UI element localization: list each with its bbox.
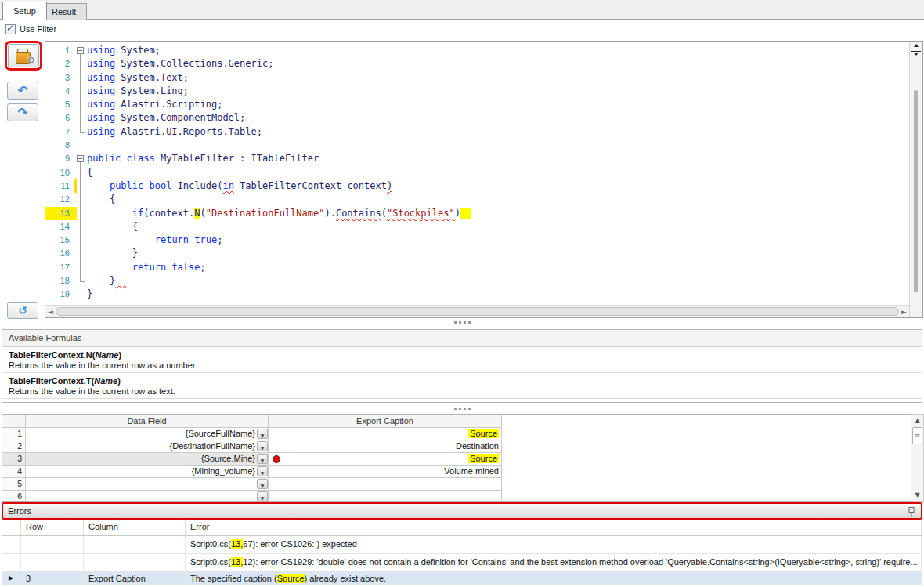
fold-collapse-icon[interactable]: −: [77, 155, 84, 162]
scroll-right-icon[interactable]: ►: [901, 306, 907, 317]
code-text[interactable]: {: [87, 166, 92, 179]
code-text[interactable]: }: [87, 288, 92, 301]
code-text[interactable]: using System.Linq;: [87, 85, 189, 98]
export-caption-cell[interactable]: Source: [269, 428, 502, 440]
export-caption-cell[interactable]: Destination: [269, 440, 502, 453]
caption-text: Volume mined: [444, 466, 499, 476]
scroll-up-icon[interactable]: ▲: [911, 417, 923, 424]
data-field-cell[interactable]: [26, 491, 257, 502]
error-error-header[interactable]: Error: [186, 520, 922, 535]
dropdown-button[interactable]: ▼: [257, 441, 268, 451]
errors-header[interactable]: Errors: [2, 502, 922, 520]
grid-header-data-field[interactable]: Data Field: [26, 415, 269, 428]
code-text[interactable]: using Alastri.UI.Reports.Table;: [87, 125, 262, 139]
error-row[interactable]: Script0.cs(13,67): error CS1026: ) expec…: [2, 536, 922, 554]
data-field-cell[interactable]: {DestinationFullName}: [26, 440, 257, 453]
export-caption-cell[interactable]: Volume mined: [269, 466, 502, 478]
scroll-down-icon[interactable]: ▼: [911, 491, 923, 498]
fold-margin[interactable]: −: [77, 152, 87, 165]
editor-horizontal-scrollbar[interactable]: ◄ ►: [45, 305, 909, 317]
dropdown-button[interactable]: ▼: [257, 454, 268, 464]
tab-result[interactable]: Result: [41, 3, 87, 20]
code-text[interactable]: using Alastri.Scripting;: [87, 98, 222, 111]
code-text[interactable]: return false;: [87, 261, 206, 274]
code-text[interactable]: public bool Include(in TableFilterContex…: [87, 179, 392, 193]
fold-line: [80, 179, 81, 193]
editor-split-handle[interactable]: [911, 44, 922, 56]
data-field-cell[interactable]: {Mining_volume}: [26, 466, 257, 478]
code-lines[interactable]: 1−using System;2using System.Collections…: [45, 42, 909, 305]
line-number: 10: [45, 166, 74, 179]
code-text[interactable]: {: [87, 193, 115, 206]
undo-button[interactable]: ↶: [7, 82, 38, 100]
formula-item[interactable]: TableFilterContext.N(Name) Returns the v…: [2, 347, 922, 373]
code-text[interactable]: if(context.N("DestinationFullName").Cont…: [87, 207, 471, 220]
fold-margin[interactable]: −: [77, 44, 87, 57]
export-caption-cell[interactable]: [269, 478, 502, 491]
scroll-left-icon[interactable]: ◄: [48, 306, 53, 317]
formula-item[interactable]: TableFilterContext.T(Name) Returns the v…: [2, 373, 922, 399]
redo-button[interactable]: ↷: [7, 103, 38, 121]
editor-vertical-scrollbar[interactable]: [909, 42, 922, 317]
dropdown-button[interactable]: ▼: [257, 479, 268, 489]
error-row-header[interactable]: Row: [21, 520, 84, 535]
export-caption-cell[interactable]: Source: [269, 453, 502, 466]
line-number: 1: [45, 44, 74, 57]
use-filter-checkbox[interactable]: ✓: [5, 24, 16, 34]
error-column-header[interactable]: Column: [84, 520, 186, 535]
table-row[interactable]: 3{Source.Mine}▼Source: [2, 453, 911, 466]
scrollbar-thumb[interactable]: [914, 90, 918, 292]
scrollbar-thumb[interactable]: ≡: [912, 427, 922, 444]
dropdown-arrow-icon: ▼: [261, 458, 265, 463]
dropdown-button[interactable]: ▼: [257, 429, 268, 439]
code-text[interactable]: {: [87, 220, 138, 234]
line-number: 18: [45, 274, 74, 288]
splitter-grip[interactable]: [0, 319, 924, 325]
code-text[interactable]: using System.Text;: [87, 71, 189, 85]
row-indicator-icon: ▶: [2, 572, 21, 585]
tab-setup[interactable]: Setup: [2, 2, 47, 20]
error-row[interactable]: ▶3Export CaptionThe specified caption (S…: [2, 572, 922, 585]
dropdown-cell: ▼: [257, 440, 269, 453]
grid-header-export-caption[interactable]: Export Caption: [269, 415, 502, 428]
code-text[interactable]: return true;: [87, 234, 222, 247]
code-text[interactable]: using System.Collections.Generic;: [87, 57, 273, 71]
table-row[interactable]: 6▼: [2, 491, 911, 502]
fold-margin: [77, 288, 87, 301]
table-row[interactable]: 5▼: [2, 478, 911, 491]
filter-settings-button[interactable]: ⚙: [8, 44, 39, 67]
dropdown-button[interactable]: ▼: [257, 466, 268, 476]
code-text[interactable]: }: [87, 247, 138, 260]
line-number: 15: [45, 234, 74, 247]
dropdown-arrow-icon: ▼: [261, 470, 265, 476]
dropdown-button[interactable]: ▼: [257, 491, 268, 502]
restore-button[interactable]: ↺: [7, 302, 38, 319]
table-row[interactable]: 1{SourceFullName}▼Source: [2, 428, 911, 440]
code-text[interactable]: public class MyTableFilter : ITableFilte…: [87, 152, 319, 165]
code-text[interactable]: using System;: [87, 44, 161, 57]
data-field-cell[interactable]: {Source.Mine}: [26, 453, 257, 466]
code-editor[interactable]: 1−using System;2using System.Collections…: [45, 41, 923, 318]
grid-vertical-scrollbar[interactable]: ▲ ≡ ▼: [911, 414, 924, 502]
table-row[interactable]: 4{Mining_volume}▼Volume mined: [2, 466, 911, 478]
code-text[interactable]: using System.ComponentModel;: [87, 111, 245, 125]
data-field-cell[interactable]: {SourceFullName}: [26, 428, 257, 440]
formula-signature: TableFilterContext.T(Name): [9, 376, 915, 386]
error-message-cell[interactable]: Script0.cs(13,67): error CS1026: ) expec…: [186, 536, 922, 553]
error-message-cell[interactable]: The specified caption (Source) already e…: [186, 572, 922, 585]
fold-line: [80, 111, 81, 125]
error-row-cell: [21, 554, 84, 571]
fold-margin: [77, 247, 87, 260]
error-row[interactable]: Script0.cs(13,12): error CS1929: 'double…: [2, 554, 922, 572]
fold-collapse-icon[interactable]: −: [77, 47, 84, 54]
code-text[interactable]: }: [87, 274, 127, 288]
error-message-cell[interactable]: Script0.cs(13,12): error CS1929: 'double…: [186, 554, 922, 571]
splitter-grip[interactable]: [0, 405, 924, 411]
table-row[interactable]: 2{DestinationFullName}▼Destination: [2, 440, 911, 453]
fold-line: [80, 247, 81, 260]
dropdown-arrow-icon: ▼: [261, 495, 265, 501]
data-field-cell[interactable]: [26, 478, 257, 491]
export-caption-cell[interactable]: [269, 491, 502, 502]
dropdown-cell: ▼: [257, 478, 269, 491]
scrollbar-thumb[interactable]: [56, 307, 899, 316]
